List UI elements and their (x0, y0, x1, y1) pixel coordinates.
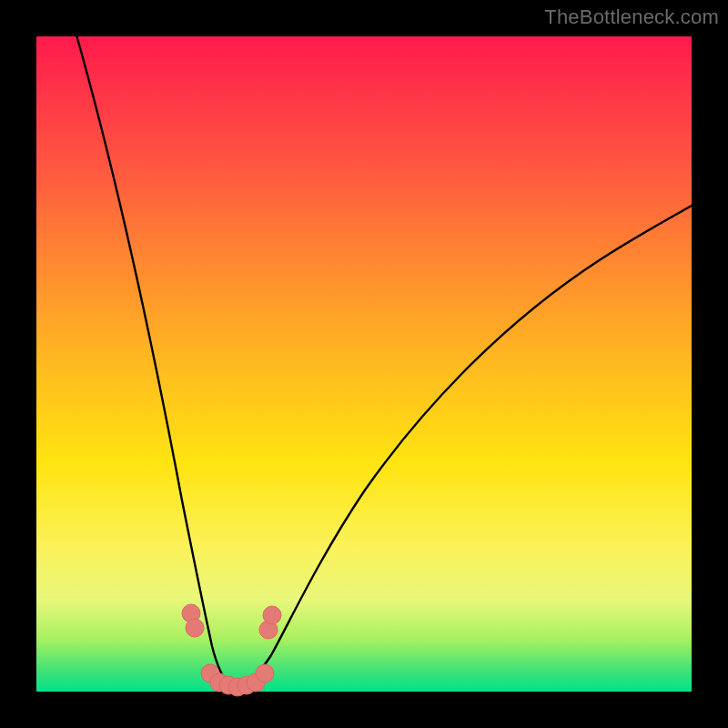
marker-dot (256, 664, 274, 682)
left-curve (76, 32, 230, 686)
chart-frame: TheBottleneck.com (0, 0, 728, 728)
marker-dot (186, 619, 204, 637)
right-curve (237, 200, 701, 686)
chart-svg (36, 36, 692, 692)
marker-group (182, 604, 281, 696)
marker-dot (263, 606, 281, 624)
watermark-text: TheBottleneck.com (544, 5, 719, 29)
plot-area (36, 36, 692, 692)
